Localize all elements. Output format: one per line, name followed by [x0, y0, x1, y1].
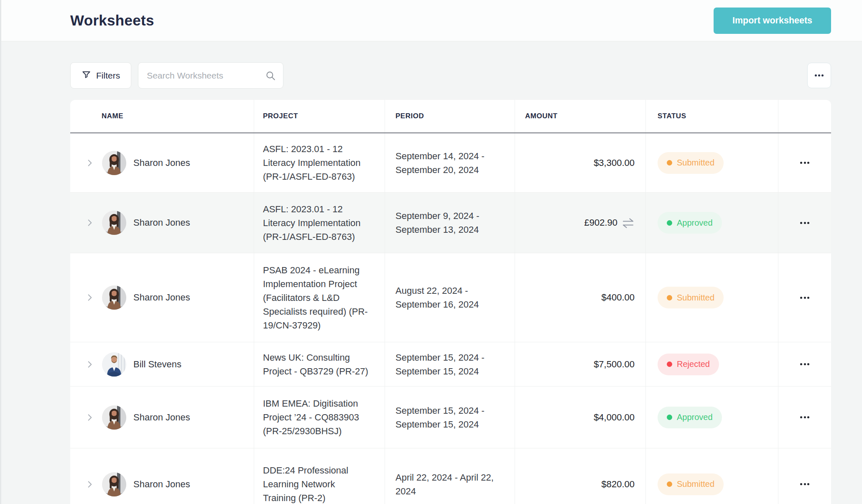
avatar-photo	[102, 285, 126, 310]
actions-cell	[778, 342, 831, 386]
status-label: Approved	[677, 412, 713, 422]
search-wrap	[138, 62, 283, 89]
row-actions-button[interactable]	[796, 479, 814, 489]
import-worksheets-button[interactable]: Import worksheets	[714, 8, 831, 34]
table-row[interactable]: Sharon Jones ASFL: 2023.01 - 12 Literacy…	[70, 133, 831, 193]
status-dot-icon	[667, 415, 672, 420]
period-cell: September 14, 2024 - September 20, 2024	[385, 133, 515, 192]
worker-name: Sharon Jones	[133, 479, 190, 490]
column-header-period: PERIOD	[385, 100, 515, 132]
column-header-amount: AMOUNT	[515, 100, 646, 132]
column-header-status: STATUS	[646, 100, 778, 132]
amount-cell: $3,300.00	[515, 133, 646, 192]
page-title: Worksheets	[70, 12, 154, 29]
status-badge: Submitted	[658, 152, 724, 174]
status-label: Approved	[677, 218, 713, 228]
table-row[interactable]: Sharon Jones PSAB 2024 - eLearning Imple…	[70, 253, 831, 342]
expand-row-chevron-icon[interactable]	[85, 480, 94, 489]
worker-name: Sharon Jones	[133, 158, 190, 168]
status-dot-icon	[667, 361, 672, 367]
period-cell: April 22, 2024 - April 22, 2024	[385, 448, 515, 504]
expand-row-chevron-icon[interactable]	[85, 360, 94, 369]
name-cell: Sharon Jones	[70, 253, 254, 342]
status-cell: Approved	[646, 193, 778, 253]
amount-cell: £902.90	[515, 193, 646, 253]
filters-button[interactable]: Filters	[70, 62, 131, 89]
project-name: News UK: Consulting Project - QB3729 (PR…	[263, 351, 368, 378]
status-label: Submitted	[677, 293, 714, 303]
period-text: September 9, 2024 - September 13, 2024	[395, 209, 498, 237]
toolbar: Filters	[70, 62, 831, 89]
project-name: DDE:24 Professional Learning Network Tra…	[263, 463, 368, 504]
sharon-avatar-image	[102, 472, 126, 496]
search-input[interactable]	[138, 62, 283, 89]
name-cell: Sharon Jones	[70, 448, 254, 504]
period-cell: September 15, 2024 - September 15, 2024	[385, 342, 515, 386]
amount-cell: $7,500.00	[515, 342, 646, 386]
project-name: ASFL: 2023.01 - 12 Literacy Implementati…	[263, 202, 368, 244]
status-cell: Submitted	[646, 133, 778, 192]
period-text: September 14, 2024 - September 20, 2024	[395, 149, 498, 177]
row-actions-button[interactable]	[796, 158, 814, 168]
search-icon	[265, 70, 276, 81]
amount-value: $7,500.00	[594, 359, 635, 370]
project-cell: PSAB 2024 - eLearning Implementation Pro…	[254, 253, 385, 342]
avatar-photo	[102, 405, 126, 430]
amount-value: $820.00	[601, 479, 635, 490]
status-dot-icon	[667, 160, 672, 165]
sharon-avatar-image	[102, 211, 126, 235]
sharon-avatar-image	[102, 405, 126, 430]
status-cell: Submitted	[646, 253, 778, 342]
period-cell: September 9, 2024 - September 13, 2024	[385, 193, 515, 253]
project-name: IBM EMEA: Digitisation Project ’24 - CQ8…	[263, 397, 368, 438]
ellipsis-icon	[815, 74, 817, 76]
amount-value: $3,300.00	[594, 158, 635, 168]
table-row[interactable]: Bill Stevens News UK: Consulting Project…	[70, 342, 831, 387]
expand-row-chevron-icon[interactable]	[85, 158, 94, 168]
filters-button-label: Filters	[96, 71, 120, 81]
table-options-button[interactable]	[807, 63, 831, 88]
filter-funnel-icon	[82, 70, 91, 81]
status-dot-icon	[667, 295, 672, 300]
expand-row-chevron-icon[interactable]	[85, 218, 94, 227]
worker-name: Sharon Jones	[133, 217, 190, 228]
period-cell: September 15, 2024 - September 15, 2024	[385, 387, 515, 448]
actions-cell	[778, 133, 831, 192]
status-badge: Approved	[658, 407, 722, 428]
actions-cell	[778, 253, 831, 342]
worker-name: Sharon Jones	[133, 412, 190, 423]
table-row[interactable]: Sharon Jones ASFL: 2023.01 - 12 Literacy…	[70, 193, 831, 253]
worker-name: Bill Stevens	[133, 359, 181, 370]
status-badge: Rejected	[658, 354, 719, 375]
row-actions-button[interactable]	[796, 412, 814, 423]
name-cell: Bill Stevens	[70, 342, 254, 386]
row-actions-button[interactable]	[796, 293, 814, 303]
worker-name: Sharon Jones	[133, 292, 190, 303]
avatar-photo	[102, 352, 126, 377]
period-cell: August 22, 2024 - September 16, 2024	[385, 253, 515, 342]
avatar-photo	[102, 151, 126, 175]
amount-value: £902.90	[584, 217, 617, 228]
name-cell: Sharon Jones	[70, 133, 254, 192]
table-body: Sharon Jones ASFL: 2023.01 - 12 Literacy…	[70, 133, 831, 504]
table-header-row: NAME PROJECT PERIOD AMOUNT STATUS	[70, 100, 831, 133]
status-label: Rejected	[677, 359, 710, 369]
period-text: April 22, 2024 - April 22, 2024	[395, 471, 498, 498]
status-label: Submitted	[677, 158, 714, 168]
worksheets-table: NAME PROJECT PERIOD AMOUNT STATUS	[70, 100, 831, 504]
status-cell: Rejected	[646, 342, 778, 386]
table-row[interactable]: Sharon Jones DDE:24 Professional Learnin…	[70, 448, 831, 504]
avatar-photo	[102, 472, 126, 496]
expand-row-chevron-icon[interactable]	[85, 413, 94, 422]
amount-cell: $820.00	[515, 448, 646, 504]
row-actions-button[interactable]	[796, 359, 814, 369]
period-text: September 15, 2024 - September 15, 2024	[395, 404, 498, 431]
bill-avatar-image	[102, 352, 126, 377]
table-row[interactable]: Sharon Jones IBM EMEA: Digitisation Proj…	[70, 387, 831, 448]
expand-row-chevron-icon[interactable]	[85, 293, 94, 302]
amount-value: $400.00	[601, 292, 635, 303]
name-cell: Sharon Jones	[70, 193, 254, 253]
column-header-project: PROJECT	[254, 100, 385, 132]
project-name: PSAB 2024 - eLearning Implementation Pro…	[263, 263, 368, 332]
row-actions-button[interactable]	[796, 218, 814, 228]
